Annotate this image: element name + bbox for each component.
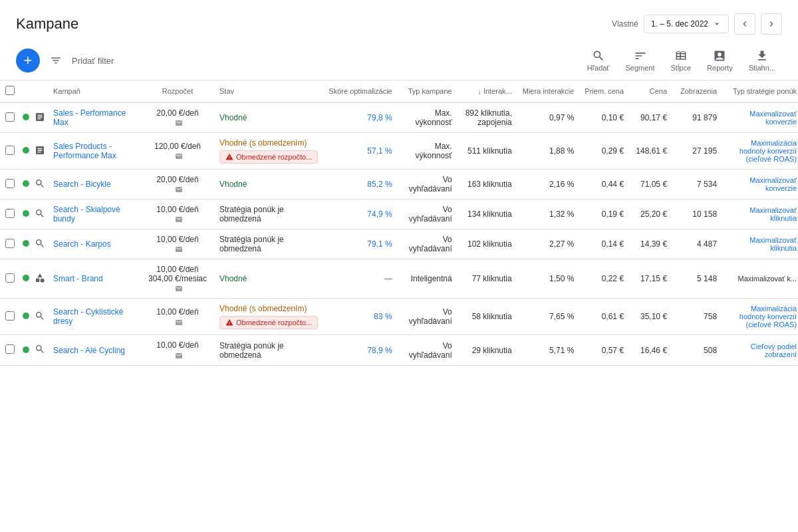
campaign-name-link[interactable]: Smart - Brand [53,274,103,283]
row-checkbox[interactable] [5,239,15,248]
row-checkbox[interactable] [5,112,15,122]
add-filter-label[interactable]: Pridať filter [72,56,114,66]
optimization-score-cell: 85,2 % [323,170,397,200]
col-header-priem[interactable]: Priem. cena [579,80,629,102]
prev-date-button[interactable] [734,13,755,35]
col-header-skore[interactable]: Skóre optimalizácie [323,80,397,102]
campaign-type-cell: Vo vyhľadávaní [398,335,458,365]
page-header: Kampane Vlastné 1. – 5. dec 2022 + Prida… [0,0,798,80]
status-cell: Vhodné (s obmedzením) Obmedzené rozpočto… [214,133,323,170]
bid-strategy-link[interactable]: Maximalizácia hodnoty konverzií (cieľové… [739,305,797,329]
campaign-name-link[interactable]: Search - Bicykle [53,180,111,189]
optimization-score-cell: 83 % [323,299,397,335]
campaign-name-link[interactable]: Search - Skialpové bundy [53,205,120,223]
status-dot [23,147,29,154]
bid-strategy-link[interactable]: Cieľový podiel zobrazení [751,342,797,358]
table-row: Search - Karpos10,00 €/deň Stratégia pon… [0,229,798,259]
campaign-name-link[interactable]: Sales - Performance Max [53,108,126,127]
add-campaign-button[interactable]: + [16,49,40,72]
search-action[interactable]: Hľadať [581,47,616,74]
row-checkbox[interactable] [5,273,15,283]
impressions-cell: 91 879 [672,102,722,133]
segment-icon [634,49,647,63]
interactions-cell: 58 kliknutia [458,299,517,335]
col-header-miera[interactable]: Miera interakcie [517,80,580,102]
bid-strategy-link[interactable]: Maximalizovať kliknutia [749,206,797,222]
row-checkbox[interactable] [5,209,15,218]
status-ok-text: Stratégia ponúk je obmedzená [219,341,284,360]
priem-label: Priem. cena [585,87,624,95]
optimization-score-cell: 74,9 % [323,200,397,229]
segment-action[interactable]: Segment [619,47,662,74]
bid-strategy-link[interactable]: Maximalizácia hodnoty konverzií (cieľové… [739,139,797,163]
row-checkbox[interactable] [5,179,15,188]
table-row: Search - Skialpové bundy10,00 €/deň Stra… [0,200,798,229]
miera-label: Miera interakcie [523,87,575,95]
avg-price-cell: 0,57 € [579,335,629,365]
chevron-down-icon [712,19,722,29]
kampan-label: Kampaň [53,87,80,95]
next-date-button[interactable] [761,13,782,35]
col-header-typ[interactable]: Typ kampane [398,80,458,102]
bid-strategy-cell[interactable]: Maximalizovať konverzie [722,170,798,200]
bid-strategy-link[interactable]: Maximalizovať konverzie [749,110,797,126]
row-checkbox[interactable] [5,311,15,321]
status-ok-text: Vhodné [219,113,247,122]
date-range-button[interactable]: 1. – 5. dec 2022 [644,15,729,33]
campaign-name-link[interactable]: Search - Alé Cycling [53,346,125,355]
impressions-cell: 7 534 [672,170,722,200]
status-dot [23,313,29,319]
impressions-cell: 508 [672,335,722,365]
chevron-left-icon [739,19,750,29]
columns-icon [674,49,688,63]
cena-label: Cena [650,87,667,95]
campaign-type-icon [32,229,48,259]
col-header-cena[interactable]: Cena [629,80,672,102]
svg-point-0 [41,279,45,283]
col-header-interak[interactable]: ↓ Interak... [458,80,517,102]
page-title: Kampane [16,15,78,33]
status-cell: Vhodné [214,259,323,299]
col-header-kampan[interactable]: Kampaň [48,80,141,102]
columns-action[interactable]: Stĺpce [664,47,698,74]
campaign-name-link[interactable]: Search - Cyklistické dresy [53,307,123,326]
col-header-typ-strat[interactable]: Typ stratégie ponúk [722,80,798,102]
col-header-rozpocet[interactable]: Rozpočet [141,80,214,102]
col-header-stav[interactable]: Stav [214,80,323,102]
download-action[interactable]: Stiahn... [742,47,782,74]
interaction-rate-cell: 1,88 % [517,133,580,170]
select-all-checkbox[interactable] [5,86,15,95]
campaign-type-icon [32,200,48,229]
bid-strategy-cell[interactable]: Maximalizovať kliknutia [722,229,798,259]
campaign-type-cell: Vo vyhľadávaní [398,229,458,259]
search-label: Hľadať [587,64,610,72]
campaign-name-link[interactable]: Sales Products - Performance Max [53,142,116,160]
bid-strategy-link[interactable]: Maximalizovať kliknutia [749,236,797,252]
impressions-cell: 5 148 [672,259,722,299]
reports-action[interactable]: Reporty [700,47,739,74]
bid-strategy-cell[interactable]: Maximalizácia hodnoty konverzií (cieľové… [722,133,798,170]
row-checkbox[interactable] [5,146,15,155]
table-row: Sales Products - Performance Max120,00 €… [0,133,798,170]
status-cell: Vhodné [214,170,323,200]
campaign-type-icon [32,299,48,335]
budget-limited-badge: Obmedzené rozpočto... [219,316,318,329]
status-cell: Stratégia ponúk je obmedzená [214,229,323,259]
interaction-rate-cell: 5,71 % [517,335,580,365]
avg-price-cell: 0,44 € [579,170,629,200]
columns-label: Stĺpce [671,64,692,72]
campaign-name-link[interactable]: Search - Karpos [53,239,111,249]
col-header-zobrazenia[interactable]: Zobrazenia [672,80,722,102]
row-checkbox[interactable] [5,344,15,354]
bid-strategy-cell[interactable]: Maximalizovať kliknutia [722,200,798,229]
interaction-rate-cell: 1,50 % [517,259,580,299]
budget-limited-badge: Obmedzené rozpočto... [219,150,318,164]
bid-strategy-cell[interactable]: Maximalizovať konverzie [722,102,798,133]
interaction-rate-cell: 2,16 % [517,170,580,200]
bid-strategy-cell[interactable]: Cieľový podiel zobrazení [722,335,798,365]
bid-strategy-link[interactable]: Maximalizovať konverzie [749,176,797,192]
toolbar-right: Hľadať Segment Stĺpce Reporty Stiahn... [581,47,782,74]
bid-strategy-cell[interactable]: Maximalizácia hodnoty konverzií (cieľové… [722,299,798,335]
download-label: Stiahn... [749,64,775,72]
filter-icon[interactable] [45,50,66,71]
